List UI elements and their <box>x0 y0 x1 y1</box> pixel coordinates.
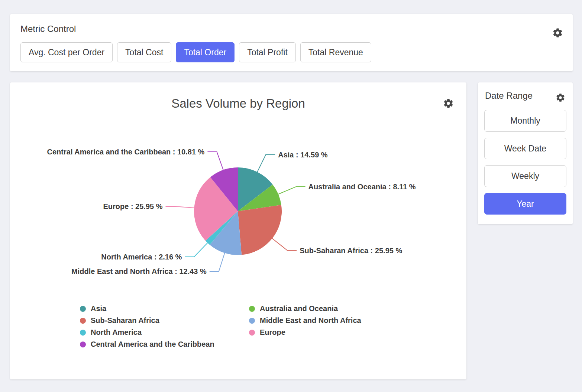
date-range-card: Date Range Monthly Week Date Weekly Year <box>478 82 573 224</box>
pie-label-line <box>207 152 223 170</box>
gear-icon <box>443 98 454 109</box>
date-range-title: Date Range <box>484 91 566 101</box>
pie-label-line <box>166 206 195 208</box>
metric-buttons-group: Avg. Cost per Order Total Cost Total Ord… <box>20 42 562 62</box>
date-range-button-year[interactable]: Year <box>484 193 566 215</box>
metric-button-total-cost[interactable]: Total Cost <box>117 42 171 62</box>
pie-label-line <box>272 238 297 251</box>
metric-button-avg-cost-per-order[interactable]: Avg. Cost per Order <box>20 42 113 62</box>
chart-settings-button[interactable] <box>443 98 454 109</box>
legend-label: Australia and Oceania <box>260 304 338 313</box>
metric-control-card: Metric Control Avg. Cost per Order Total… <box>10 14 573 71</box>
legend-item[interactable]: Asia <box>80 304 249 313</box>
pie-label-line <box>257 155 275 173</box>
pie-label-line <box>185 243 208 257</box>
legend-color-dot <box>80 330 86 336</box>
legend-color-dot <box>80 318 86 324</box>
legend-color-dot <box>80 342 86 347</box>
metric-button-total-revenue[interactable]: Total Revenue <box>300 42 371 62</box>
date-range-settings-button[interactable] <box>556 93 565 102</box>
legend-item[interactable]: Australia and Oceania <box>249 304 466 313</box>
legend-label: Asia <box>91 304 106 313</box>
legend-label: Middle East and North Africa <box>260 316 361 325</box>
pie-slice-label: Australia and Oceania : 8.11 % <box>308 183 416 191</box>
sales-volume-chart-card: Sales Volume by Region Asia : 14.59 %Aus… <box>10 82 466 379</box>
dashboard-page: Metric Control Avg. Cost per Order Total… <box>0 0 582 379</box>
legend-label: Central America and the Caribbean <box>91 340 214 349</box>
gear-icon <box>552 27 563 38</box>
legend-item[interactable]: Europe <box>249 328 466 337</box>
legend-label: North America <box>91 328 142 337</box>
metric-control-title: Metric Control <box>20 24 562 34</box>
date-range-button-weekly[interactable]: Weekly <box>484 165 566 187</box>
pie-slice-label: North America : 2.16 % <box>101 253 182 261</box>
pie-slice-label: Europe : 25.95 % <box>103 202 162 210</box>
content-row: Sales Volume by Region Asia : 14.59 %Aus… <box>10 82 573 379</box>
chart-legend: AsiaAustralia and OceaniaSub-Saharan Afr… <box>10 304 466 349</box>
pie-label-line <box>278 187 305 195</box>
legend-item[interactable]: North America <box>80 328 249 337</box>
pie-slice-sub-saharan-africa[interactable] <box>238 205 282 255</box>
legend-label: Sub-Saharan Africa <box>91 316 159 325</box>
legend-label: Europe <box>260 328 285 337</box>
date-range-buttons-group: Monthly Week Date Weekly Year <box>484 110 566 215</box>
metric-button-total-order[interactable]: Total Order <box>176 42 235 62</box>
legend-color-dot <box>80 306 86 312</box>
pie-slice-label: Middle East and North Africa : 12.43 % <box>71 268 207 276</box>
pie-slice-label: Central America and the Caribbean : 10.8… <box>47 148 205 156</box>
chart-title: Sales Volume by Region <box>10 97 466 111</box>
metric-settings-button[interactable] <box>552 27 563 38</box>
legend-color-dot <box>249 330 255 336</box>
pie-label-line <box>210 253 225 272</box>
metric-button-total-profit[interactable]: Total Profit <box>239 42 296 62</box>
pie-chart: Asia : 14.59 %Australia and Oceania : 8.… <box>10 117 466 302</box>
pie-slice-label: Asia : 14.59 % <box>278 151 328 159</box>
date-range-button-monthly[interactable]: Monthly <box>484 110 566 131</box>
legend-item[interactable]: Central America and the Caribbean <box>80 340 249 349</box>
gear-icon <box>556 93 565 102</box>
date-range-button-week-date[interactable]: Week Date <box>484 138 566 159</box>
legend-item[interactable]: Sub-Saharan Africa <box>80 316 249 325</box>
pie-slice-label: Sub-Saharan Africa : 25.95 % <box>300 246 402 255</box>
legend-item[interactable]: Middle East and North Africa <box>249 316 466 325</box>
legend-color-dot <box>249 306 255 312</box>
legend-color-dot <box>249 318 255 324</box>
